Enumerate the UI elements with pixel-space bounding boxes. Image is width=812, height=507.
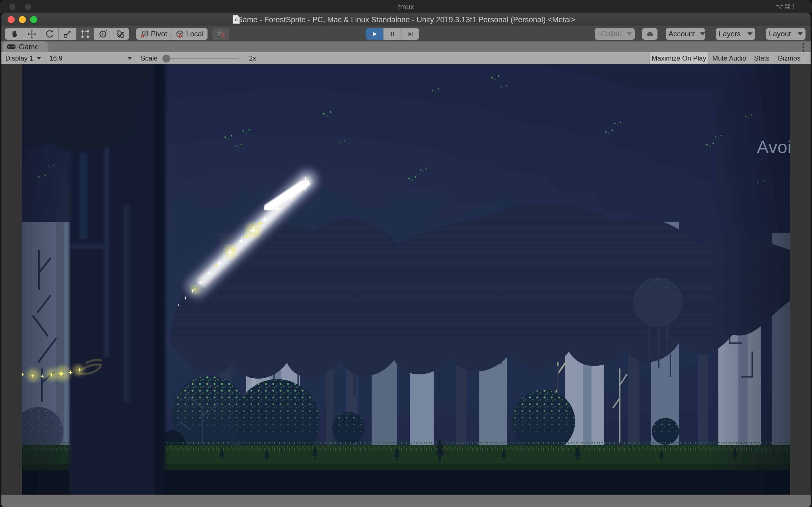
hand-icon bbox=[9, 29, 19, 39]
step-button[interactable] bbox=[402, 28, 419, 40]
layout-label: Layout bbox=[769, 30, 791, 38]
aspect-dropdown[interactable]: 16:9 bbox=[45, 52, 136, 64]
wrench-icon bbox=[116, 29, 125, 39]
collab-button[interactable]: Collab bbox=[595, 28, 635, 40]
layout-dropdown[interactable]: Layout bbox=[766, 28, 806, 40]
account-dropdown[interactable]: Account bbox=[666, 28, 705, 40]
local-label: Local bbox=[186, 30, 204, 38]
scale-slider-knob[interactable] bbox=[162, 55, 170, 62]
grid-snap-icon bbox=[216, 29, 225, 39]
scale-slider[interactable] bbox=[163, 58, 239, 59]
rotate-tool-button[interactable] bbox=[41, 28, 58, 40]
rotate-icon bbox=[45, 29, 54, 39]
aspect-label: 16:9 bbox=[49, 54, 63, 62]
play-button[interactable] bbox=[366, 28, 383, 40]
local-icon bbox=[175, 30, 185, 39]
unity-window: Game - ForestSprite - PC, Mac & Linux St… bbox=[1, 13, 811, 507]
layers-dropdown[interactable]: Layers bbox=[716, 28, 755, 40]
window-titlebar[interactable]: Game - ForestSprite - PC, Mac & Linux St… bbox=[1, 13, 811, 26]
stats-toggle[interactable]: Stats bbox=[750, 52, 773, 64]
pause-button[interactable] bbox=[384, 28, 401, 40]
background-window-title: tmux bbox=[0, 3, 812, 11]
play-icon bbox=[370, 30, 378, 38]
gizmos-dropdown[interactable]: Gizmos bbox=[773, 52, 811, 64]
layers-label: Layers bbox=[719, 30, 741, 38]
mute-audio-toggle[interactable]: Mute Audio bbox=[708, 52, 750, 64]
rect-tool-icon bbox=[80, 29, 90, 39]
scale-value: 2x bbox=[249, 52, 256, 64]
custom-tool-button[interactable] bbox=[112, 28, 129, 40]
transform-tool-button[interactable] bbox=[94, 28, 112, 40]
game-view-area: Avoi bbox=[1, 64, 811, 495]
tab-menu-kebab-icon[interactable] bbox=[802, 43, 804, 52]
display-label: Display 1 bbox=[5, 54, 33, 62]
view-tabbar: Game bbox=[1, 41, 811, 52]
window-title: Game - ForestSprite - PC, Mac & Linux St… bbox=[1, 15, 811, 24]
grid-snap-button[interactable] bbox=[212, 28, 229, 40]
cloud-button[interactable] bbox=[642, 28, 658, 40]
scale-label: Scale bbox=[141, 52, 158, 64]
gamepad-icon bbox=[6, 43, 16, 50]
cloud-icon bbox=[645, 29, 655, 39]
collab-check-icon bbox=[598, 30, 599, 38]
rect-tool-button[interactable] bbox=[77, 28, 94, 40]
pause-icon bbox=[388, 30, 397, 38]
game-scene bbox=[22, 64, 790, 495]
maximize-on-play-toggle[interactable]: Maximize On Play bbox=[649, 52, 708, 64]
main-toolbar: Pivot Local bbox=[1, 26, 811, 41]
step-icon bbox=[406, 30, 414, 38]
move-tool-button[interactable] bbox=[23, 28, 41, 40]
game-view-controlbar: Display 1 16:9 Scale 2x Maximize On Play… bbox=[1, 52, 811, 64]
pivot-icon bbox=[140, 30, 149, 39]
background-window-titlebar[interactable]: tmux ⌥⌘1 bbox=[0, 0, 812, 13]
collab-label: Collab bbox=[601, 30, 622, 38]
move-icon bbox=[27, 29, 37, 39]
local-toggle-button[interactable]: Local bbox=[171, 28, 207, 40]
hand-tool-button[interactable] bbox=[5, 28, 23, 40]
scale-icon bbox=[63, 29, 72, 39]
game-overlay-text: Avoi bbox=[757, 137, 790, 157]
tab-game[interactable]: Game bbox=[3, 41, 48, 52]
pivot-label: Pivot bbox=[151, 30, 167, 38]
background-window-shortcut: ⌥⌘1 bbox=[775, 3, 796, 11]
game-viewport[interactable]: Avoi bbox=[22, 64, 790, 495]
window-bottom-bar bbox=[1, 495, 811, 507]
tab-game-label: Game bbox=[19, 43, 39, 51]
pivot-toggle-button[interactable]: Pivot bbox=[136, 28, 171, 40]
account-label: Account bbox=[668, 30, 695, 38]
display-dropdown[interactable]: Display 1 bbox=[1, 52, 45, 64]
transform-icon bbox=[98, 29, 108, 39]
scale-tool-button[interactable] bbox=[59, 28, 76, 40]
